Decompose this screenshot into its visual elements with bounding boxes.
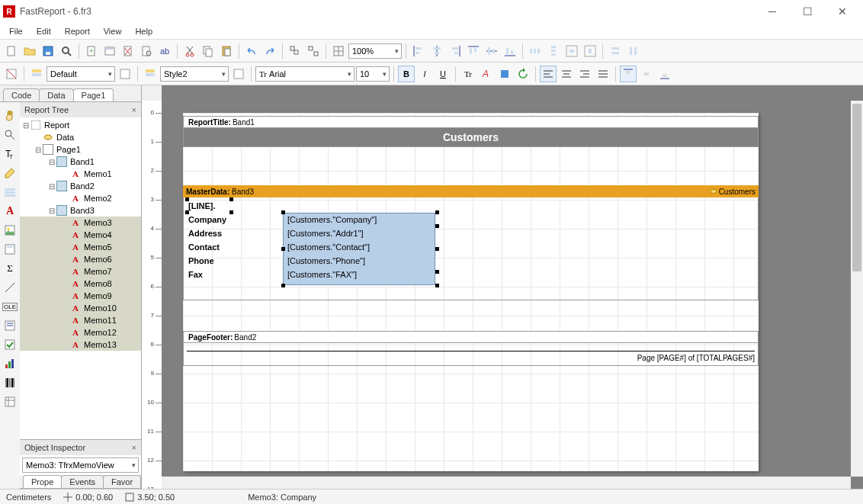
space-h[interactable]: [527, 43, 544, 59]
menu-file[interactable]: File: [3, 25, 29, 37]
report-page[interactable]: ReportTitle: Band1 Customers MasterData:…: [183, 113, 759, 471]
canvas[interactable]: ReportTitle: Band1 Customers MasterData:…: [162, 101, 863, 489]
memo-addr-field[interactable]: [Customers."Addr1"]: [286, 226, 432, 240]
masterdata-body[interactable]: [LINE]. Company Address Contact Phone Fa…: [183, 197, 759, 300]
report-tree[interactable]: ⊟Report Data ⊟Page1 ⊟Band1 AMemo1 ⊟Band2…: [20, 117, 141, 439]
chart-tool[interactable]: [2, 355, 18, 372]
inspector-tab-events[interactable]: Events: [61, 475, 104, 488]
inspector-selection-combo[interactable]: Memo3: TfrxMemoView: [22, 457, 139, 473]
align-justify-button[interactable]: [595, 66, 611, 82]
crosstab-tool[interactable]: [2, 393, 18, 410]
menu-help[interactable]: Help: [129, 25, 159, 37]
barcode-tool[interactable]: [2, 374, 18, 391]
align-right-edges[interactable]: [447, 43, 464, 59]
format-tool[interactable]: [2, 165, 18, 181]
paste-button[interactable]: [218, 43, 235, 59]
tab-code[interactable]: Code: [3, 88, 40, 101]
report-tree-close[interactable]: ×: [132, 105, 136, 114]
memo-phone-field[interactable]: [Customers."Phone"]: [286, 254, 432, 268]
checkbox-tool[interactable]: [2, 336, 18, 353]
maximize-button[interactable]: ☐: [790, 0, 825, 23]
inspector-tab-favor[interactable]: Favor: [103, 475, 141, 488]
open-button[interactable]: [21, 43, 38, 59]
richtext-tool[interactable]: [2, 317, 18, 334]
group-button[interactable]: [287, 43, 303, 59]
band-tool[interactable]: [2, 184, 18, 201]
style1-combo[interactable]: Default: [47, 66, 115, 82]
pagefooter-body[interactable]: Page [PAGE#] of [TOTALPAGES#]: [183, 343, 759, 366]
menu-edit[interactable]: Edit: [30, 25, 57, 37]
undo-button[interactable]: [243, 43, 260, 59]
delpage-button[interactable]: [120, 43, 136, 59]
styles-button[interactable]: [28, 66, 45, 82]
reporttitle-header[interactable]: ReportTitle: Band1: [183, 116, 759, 128]
showgrid-button[interactable]: [330, 43, 347, 59]
memo-fax-field[interactable]: [Customers."FAX"]: [286, 268, 432, 281]
align-v-center[interactable]: [483, 43, 500, 59]
memo-address-label[interactable]: Address: [187, 226, 278, 240]
line-tool[interactable]: [2, 279, 18, 296]
font-combo[interactable]: Tr Arial: [255, 66, 355, 82]
zoom-combo[interactable]: 100%: [348, 43, 402, 59]
align-center-button[interactable]: [558, 66, 575, 82]
tab-page1[interactable]: Page1: [73, 88, 114, 101]
ungroup-button[interactable]: [305, 43, 322, 59]
same-height[interactable]: [625, 43, 642, 59]
menu-report[interactable]: Report: [59, 25, 96, 37]
pagesettings-button[interactable]: [138, 43, 155, 59]
align-h-center[interactable]: [428, 43, 445, 59]
valign-top-button[interactable]: [620, 66, 637, 82]
valign-bottom-button[interactable]: [656, 66, 673, 82]
align-left-edges[interactable]: [410, 43, 427, 59]
pagefooter-header[interactable]: PageFooter: Band2: [183, 331, 759, 343]
ole-tool[interactable]: OLE: [2, 298, 18, 315]
memo-contact-field[interactable]: [Customers."Contact"]: [286, 240, 432, 254]
redo-button[interactable]: [261, 43, 278, 59]
masterdata-header[interactable]: MasterData: Band3 Customers: [183, 185, 759, 197]
close-button[interactable]: ✕: [825, 0, 860, 23]
styles2-button[interactable]: [142, 66, 159, 82]
hand-tool[interactable]: [2, 108, 18, 124]
valign-middle-button[interactable]: [638, 66, 655, 82]
variables-button[interactable]: ab: [156, 43, 173, 59]
memo-tool[interactable]: A: [2, 203, 18, 220]
applystyle2-button[interactable]: [230, 66, 247, 82]
space-v[interactable]: [545, 43, 562, 59]
bold-button[interactable]: B: [398, 66, 415, 82]
center-h[interactable]: [563, 43, 580, 59]
inspector-close[interactable]: ×: [132, 443, 136, 452]
memo-contact-label[interactable]: Contact: [187, 240, 278, 254]
save-button[interactable]: [40, 43, 56, 59]
highlight-button[interactable]: A: [478, 66, 495, 82]
same-width[interactable]: [607, 43, 624, 59]
align-bottom-edges[interactable]: [502, 43, 518, 59]
memo-company-label[interactable]: Company: [187, 213, 278, 226]
preview-button[interactable]: [58, 43, 75, 59]
style2-combo[interactable]: Style2: [160, 66, 229, 82]
zoom-tool[interactable]: [2, 127, 18, 143]
applystyle-button[interactable]: [117, 66, 133, 82]
align-right-button[interactable]: [576, 66, 593, 82]
copy-button[interactable]: [200, 43, 217, 59]
memo-company-field[interactable]: [Customers."Company"]: [286, 213, 432, 226]
nostyle-button[interactable]: [3, 66, 20, 82]
center-v[interactable]: [582, 43, 598, 59]
reporttitle-body[interactable]: Customers: [183, 128, 759, 147]
fontsize-combo[interactable]: 10: [356, 66, 390, 82]
align-top-edges[interactable]: [465, 43, 482, 59]
menu-view[interactable]: View: [98, 25, 128, 37]
cut-button[interactable]: [181, 43, 198, 59]
memo-phone-label[interactable]: Phone: [187, 254, 278, 268]
align-left-button[interactable]: [540, 66, 557, 82]
scrollbar-vertical[interactable]: [851, 101, 863, 477]
newdialog-button[interactable]: [101, 43, 118, 59]
memo-fax-label[interactable]: Fax: [187, 268, 278, 281]
tab-data[interactable]: Data: [39, 88, 73, 101]
text-tool[interactable]: TT: [2, 146, 18, 162]
scrollbar-horizontal[interactable]: [162, 477, 851, 489]
picture-tool[interactable]: [2, 222, 18, 239]
new-button[interactable]: [3, 43, 20, 59]
fillcolor-button[interactable]: [496, 66, 513, 82]
newpage-button[interactable]: +: [83, 43, 100, 59]
underline-button[interactable]: U: [435, 66, 451, 82]
